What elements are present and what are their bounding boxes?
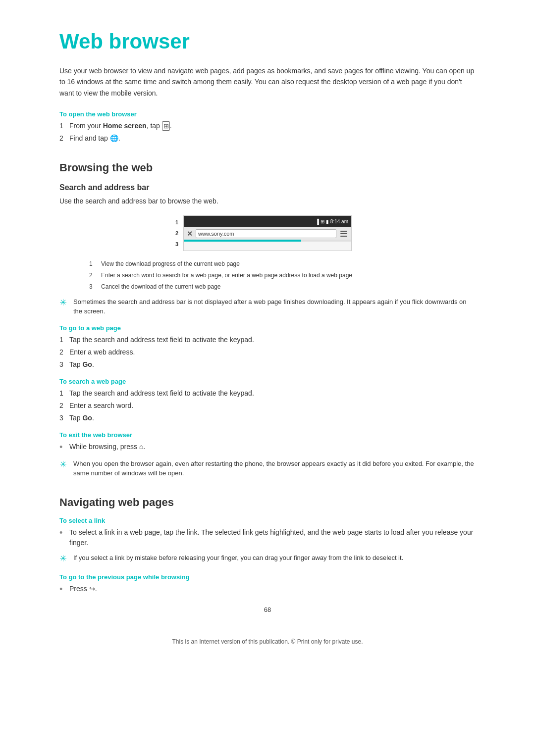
search-step-1: 1 Tap the search and address text field … <box>59 388 476 399</box>
cancel-btn-icon: ✕ <box>187 230 193 238</box>
search-step-2: 2 Enter a search word. <box>59 401 476 411</box>
previous-page-bullet: • Press ↩. <box>59 584 476 596</box>
callout-2: 2 <box>175 230 178 236</box>
exit-browser-section: To exit the web browser • While browsing… <box>59 431 476 478</box>
tip-icon-1: ✳ <box>59 296 73 309</box>
battery-icon: ▮ <box>326 219 329 224</box>
browser-image: ▐ ⊞ ▮ 8:14 am ✕ www.sony.com <box>183 215 352 251</box>
search-bar-description: Use the search and address bar to browse… <box>59 196 476 206</box>
globe-icon: 🌐 <box>110 134 118 142</box>
page-footer: This is an Internet version of this publ… <box>59 638 476 645</box>
browsing-heading: Browsing the web <box>59 157 476 174</box>
go-to-web-page-label: To go to a web page <box>59 324 476 332</box>
select-link-tip: ✳ If you select a link by mistake before… <box>59 553 476 565</box>
browsing-section: Browsing the web Search and address bar … <box>59 157 476 478</box>
select-link-section: To select a link • To select a link in a… <box>59 517 476 565</box>
select-link-bullet: • To select a link in a web page, tap th… <box>59 527 476 548</box>
search-web-page-section: To search a web page 1 Tap the search an… <box>59 378 476 423</box>
previous-page-section: To go to the previous page while browsin… <box>59 573 476 596</box>
browser-address-bar: ✕ www.sony.com <box>184 227 351 240</box>
search-bar-tip: ✳ Sometimes the search and address bar i… <box>59 297 476 316</box>
back-icon: ↩ <box>89 584 95 594</box>
browser-status-bar: ▐ ⊞ ▮ 8:14 am <box>184 216 351 227</box>
go-to-web-page-steps: 1 Tap the search and address text field … <box>59 335 476 370</box>
previous-page-label: To go to the previous page while browsin… <box>59 573 476 581</box>
open-browser-section: To open the web browser 1 From your Home… <box>59 110 476 144</box>
home-icon: ⌂ <box>139 443 143 451</box>
page-number: 68 <box>59 606 476 613</box>
tip-icon-2: ✳ <box>59 458 73 471</box>
exit-browser-tip: ✳ When you open the browser again, even … <box>59 459 476 478</box>
callout-1: 1 <box>175 219 178 225</box>
signal-icon: ▐ <box>316 219 319 224</box>
browser-url-field: www.sony.com <box>196 229 336 238</box>
browser-captions: 1 View the download progress of the curr… <box>89 260 476 291</box>
navigating-section: Navigating web pages To select a link • … <box>59 492 476 596</box>
caption-1: 1 View the download progress of the curr… <box>89 260 476 268</box>
go-step-3: 3 Tap Go. <box>59 359 476 370</box>
select-link-label: To select a link <box>59 517 476 524</box>
go-to-web-page-section: To go to a web page 1 Tap the search and… <box>59 324 476 370</box>
time-display: 8:14 am <box>330 219 348 224</box>
search-web-page-label: To search a web page <box>59 378 476 385</box>
caption-3: 3 Cancel the download of the current web… <box>89 283 476 291</box>
apps-icon: ⊞ <box>162 121 170 131</box>
search-web-page-steps: 1 Tap the search and address text field … <box>59 388 476 423</box>
open-browser-step-1: 1 From your Home screen, tap ⊞. <box>59 121 476 131</box>
exit-browser-label: To exit the web browser <box>59 431 476 439</box>
select-link-bullets: • To select a link in a web page, tap th… <box>59 527 476 548</box>
download-progress-fill <box>184 240 301 242</box>
exit-browser-bullets: • While browsing, press ⌂. <box>59 442 476 454</box>
go-step-1: 1 Tap the search and address text field … <box>59 335 476 345</box>
intro-paragraph: Use your web browser to view and navigat… <box>59 65 476 99</box>
go-step-2: 2 Enter a web address. <box>59 347 476 357</box>
caption-2: 2 Enter a search word to search for a we… <box>89 271 476 280</box>
browser-menu-icon <box>339 229 348 238</box>
page-title: Web browser <box>59 30 476 53</box>
open-browser-steps: 1 From your Home screen, tap ⊞. 2 Find a… <box>59 121 476 144</box>
search-step-3: 3 Tap Go. <box>59 413 476 423</box>
search-bar-heading: Search and address bar <box>59 183 476 192</box>
open-browser-label: To open the web browser <box>59 110 476 118</box>
tip-icon-3: ✳ <box>59 552 73 565</box>
previous-page-bullets: • Press ↩. <box>59 584 476 596</box>
download-progress-bar <box>184 240 351 242</box>
open-browser-step-2: 2 Find and tap 🌐. <box>59 133 476 144</box>
navigating-heading: Navigating web pages <box>59 492 476 509</box>
browser-screenshot: 1 2 3 ▐ ⊞ ▮ 8:14 am ✕ www.sony.c <box>59 215 476 251</box>
wifi-icon: ⊞ <box>321 219 324 224</box>
callout-3: 3 <box>175 241 178 247</box>
exit-browser-bullet-1: • While browsing, press ⌂. <box>59 442 476 454</box>
